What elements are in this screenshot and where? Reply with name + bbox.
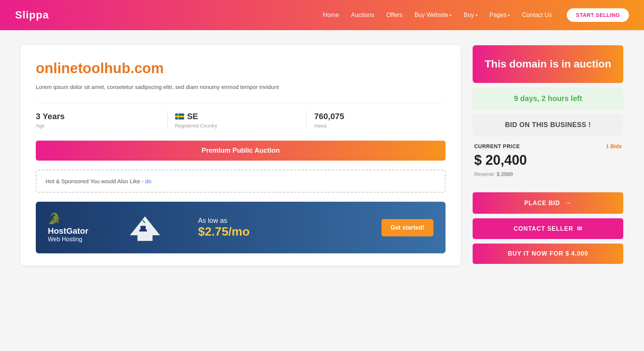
stat-country-label: Registered Country [175, 123, 299, 129]
stat-age-label: Age [36, 123, 160, 129]
hostgator-logo: 🐊 HostGator Web Hosting [48, 212, 89, 243]
contact-seller-label: CONTACT SELLER [514, 225, 574, 232]
nav-offers[interactable]: Offers [386, 12, 402, 18]
chevron-down-icon: ▾ [450, 13, 452, 17]
bid-business-box: BID ON THIS BUSINESS ! [473, 114, 623, 136]
reserve-amount: $ 2500 [497, 171, 513, 177]
stat-age-value: 3 Years [36, 112, 160, 121]
hostgator-cta-button[interactable]: Get started! [382, 219, 433, 236]
chevron-down-icon: ▾ [508, 13, 510, 17]
arrow-right-icon: → [565, 199, 572, 207]
stats-row: 3 Years Age SE Registered Country 760,07… [36, 104, 446, 129]
hostgator-as-low: As low as [198, 217, 369, 225]
right-panel: This domain is in auction 9 days, 2 hour… [473, 45, 623, 265]
sponsored-text: Hot & Sponsored You would Also Like - do [46, 178, 151, 184]
hostgator-price: $2.75/mo [198, 225, 369, 239]
reserve-text: Reserve: $ 2500 [474, 171, 622, 177]
stat-age: 3 Years Age [36, 112, 168, 129]
nav-buy-website[interactable]: Buy Website ▾ [415, 12, 452, 18]
nav-home[interactable]: Home [323, 12, 339, 18]
hostgator-arrow-graphic [126, 215, 160, 241]
stat-alexa-label: Alexa [314, 123, 438, 129]
nav-auctions[interactable]: Auctions [351, 12, 374, 18]
start-selling-button[interactable]: START SELLING [567, 8, 629, 22]
chevron-down-icon: ▾ [476, 13, 478, 17]
logo[interactable]: Slippa [15, 9, 49, 21]
domain-name: onlinetoolhub.com [36, 60, 446, 77]
stat-alexa: 760,075 Alexa [307, 112, 446, 129]
main-content: onlinetoolhub.com Lorem ipsum dolor sit … [6, 30, 638, 280]
price-section: CURRENT PRICE 1 Bids $ 20,400 Reserve: $… [473, 143, 623, 185]
contact-seller-button[interactable]: CONTACT SELLER ✉ [473, 218, 623, 239]
mail-icon: ✉ [577, 225, 582, 232]
nav-buy[interactable]: Buy ▾ [464, 12, 478, 18]
place-bid-button[interactable]: PLACE BID → [473, 192, 623, 214]
hostgator-banner: 🐊 HostGator Web Hosting As low as $2.75/… [36, 202, 446, 253]
price-value: $ 20,400 [474, 152, 622, 168]
hostgator-brand: HostGator [48, 226, 89, 236]
nav-contact-us[interactable]: Contact Us [522, 12, 552, 18]
header: Slippa Home Auctions Offers Buy Website … [0, 0, 644, 30]
sponsored-link[interactable]: do [145, 178, 151, 184]
current-price-label: CURRENT PRICE [474, 143, 520, 149]
hostgator-graphic [101, 215, 186, 241]
hostgator-text: As low as $2.75/mo [198, 217, 369, 239]
nav-pages[interactable]: Pages ▾ [490, 12, 510, 18]
hostgator-sub: Web Hosting [48, 236, 82, 243]
place-bid-label: PLACE BID [524, 200, 560, 207]
stat-country: SE Registered Country [168, 112, 307, 129]
hostgator-icon: 🐊 [48, 212, 61, 225]
stat-alexa-value: 760,075 [314, 112, 438, 121]
domain-description: Lorem ipsum dolor sit amet, consetetur s… [36, 83, 446, 92]
auction-banner: Premium Public Auction [36, 141, 446, 161]
bids-count: 1 Bids [606, 143, 622, 149]
price-header-row: CURRENT PRICE 1 Bids [474, 143, 622, 149]
flag-icon [175, 113, 184, 120]
buy-now-button[interactable]: BUY IT NOW FOR $ 4,000 [473, 244, 623, 264]
sponsored-box: Hot & Sponsored You would Also Like - do [36, 170, 446, 193]
stat-country-value: SE [175, 112, 299, 121]
nav: Home Auctions Offers Buy Website ▾ Buy ▾… [323, 8, 629, 22]
auction-status-header: This domain is in auction [473, 45, 623, 83]
svg-rect-2 [140, 226, 146, 231]
time-left-box: 9 days, 2 hours left [473, 87, 623, 110]
left-panel: onlinetoolhub.com Lorem ipsum dolor sit … [21, 45, 461, 265]
